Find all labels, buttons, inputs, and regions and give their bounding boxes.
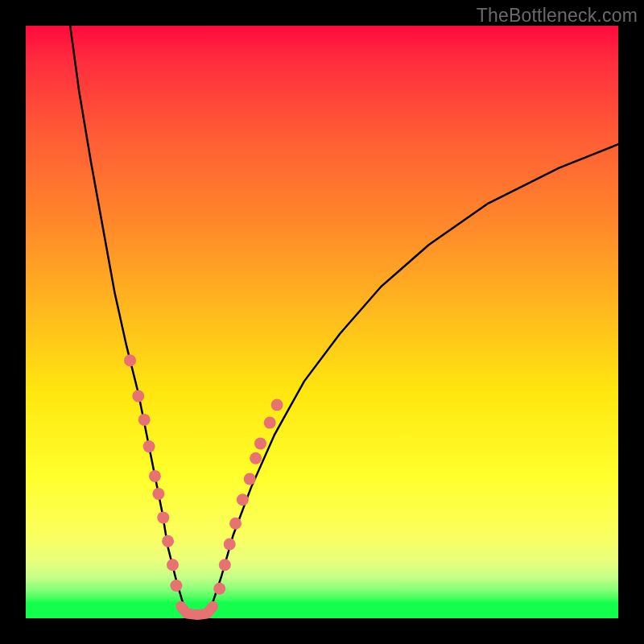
watermark-label: TheBottleneck.com: [477, 5, 638, 27]
chart-frame: TheBottleneck.com: [0, 0, 644, 644]
plot-area: [26, 26, 618, 618]
